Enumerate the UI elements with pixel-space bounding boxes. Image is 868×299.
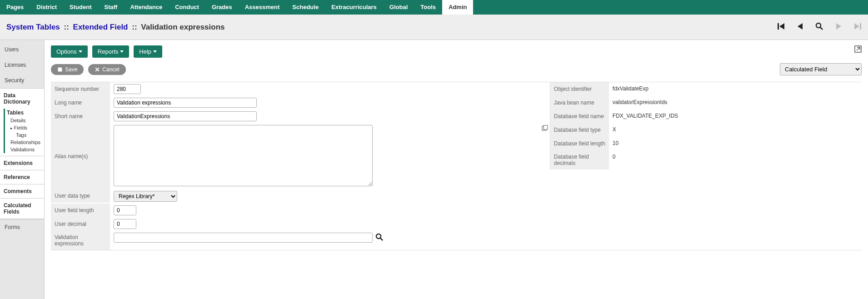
save-button[interactable]: Save bbox=[51, 64, 84, 75]
field-label: Database field decimals bbox=[550, 150, 609, 169]
field-value-wrap bbox=[110, 217, 550, 231]
sidebar-section-extensions[interactable]: Extensions bbox=[0, 156, 44, 170]
form-row-readonly: Database field length10 bbox=[550, 137, 862, 150]
field-value-wrap: Regex Library* bbox=[110, 189, 550, 204]
top-navigation: PagesDistrictStudentStaffAttendanceCondu… bbox=[0, 0, 868, 15]
help-label: Help bbox=[139, 48, 151, 55]
field-value-wrap bbox=[110, 96, 550, 110]
lookup-search-icon[interactable] bbox=[375, 233, 384, 243]
form-row-short: Short name bbox=[51, 110, 550, 123]
breadcrumb-bar: System Tables :: Extended Field :: Valid… bbox=[0, 15, 868, 40]
sidebar-subtitle[interactable]: Tables bbox=[7, 109, 40, 117]
field-label: Alias name(s) bbox=[51, 123, 110, 189]
seq-input[interactable] bbox=[114, 84, 141, 94]
reports-button[interactable]: Reports bbox=[92, 45, 130, 58]
form-row-ufl: User field length bbox=[51, 204, 550, 217]
form-row-ud: User decimal bbox=[51, 217, 550, 231]
field-value: 10 bbox=[609, 137, 862, 150]
ufl-input[interactable] bbox=[114, 205, 136, 215]
nav-tab-grades[interactable]: Grades bbox=[205, 0, 239, 15]
form-right-col: Object identifierfdxValidateExpJava bean… bbox=[550, 82, 862, 250]
breadcrumb-part[interactable]: Extended Field bbox=[73, 23, 128, 31]
sidebar-subitem-validations[interactable]: Validations bbox=[7, 146, 40, 153]
sidebar-subsubitem-tags[interactable]: Tags bbox=[7, 131, 40, 139]
svg-rect-7 bbox=[860, 23, 861, 30]
nav-tab-conduct[interactable]: Conduct bbox=[169, 0, 205, 15]
content: Options Reports Help Save Cancel Calcula… bbox=[45, 40, 868, 299]
sidebar: UsersLicensesSecurityData DictionaryTabl… bbox=[0, 40, 45, 299]
field-value-wrap bbox=[110, 123, 550, 188]
sidebar-item-users[interactable]: Users bbox=[0, 42, 44, 57]
field-value: X bbox=[609, 123, 862, 136]
short-input[interactable] bbox=[114, 111, 257, 121]
breadcrumb-part[interactable]: System Tables bbox=[6, 23, 60, 31]
nav-tab-attendance[interactable]: Attendance bbox=[124, 0, 169, 15]
expand-textarea-icon[interactable] bbox=[542, 125, 548, 133]
nav-tab-staff[interactable]: Staff bbox=[98, 0, 124, 15]
sidebar-subitem-details[interactable]: Details bbox=[7, 117, 40, 124]
last-record-icon[interactable] bbox=[853, 22, 862, 32]
long-input[interactable] bbox=[114, 98, 257, 108]
sidebar-item-forms[interactable]: Forms bbox=[0, 219, 44, 235]
ve-input[interactable] bbox=[114, 233, 373, 243]
help-button[interactable]: Help bbox=[134, 45, 162, 58]
field-label: Database field length bbox=[550, 137, 609, 150]
nav-tab-tools[interactable]: Tools bbox=[414, 0, 442, 15]
sidebar-subitem-fields[interactable]: Fields bbox=[7, 124, 40, 131]
field-label: Long name bbox=[51, 96, 110, 110]
sidebar-section-reference[interactable]: Reference bbox=[0, 170, 44, 184]
nav-tab-admin[interactable]: Admin bbox=[442, 0, 473, 15]
view-mode-select[interactable]: Calculated Field bbox=[780, 63, 862, 75]
sidebar-item-licenses[interactable]: Licenses bbox=[0, 57, 44, 73]
nav-tab-student[interactable]: Student bbox=[63, 0, 98, 15]
ud-input[interactable] bbox=[114, 219, 136, 229]
form-row-readonly: Database field typeX bbox=[550, 123, 862, 137]
svg-line-13 bbox=[380, 238, 383, 240]
nav-tab-assessment[interactable]: Assessment bbox=[239, 0, 286, 15]
popout-icon[interactable] bbox=[854, 45, 862, 54]
cancel-label: Cancel bbox=[102, 66, 119, 73]
sidebar-subitem-relationships[interactable]: Relationships bbox=[7, 139, 40, 146]
sidebar-section-calculated-fields[interactable]: Calculated Fields bbox=[0, 199, 44, 219]
udt-input[interactable]: Regex Library* bbox=[114, 191, 177, 202]
sidebar-item-security[interactable]: Security bbox=[0, 73, 44, 88]
breadcrumb-sep: :: bbox=[62, 23, 71, 31]
alias-input[interactable] bbox=[114, 125, 373, 186]
field-value: FDX_VALIDATE_EXP_IDS bbox=[609, 110, 862, 122]
nav-tab-schedule[interactable]: Schedule bbox=[286, 0, 325, 15]
cancel-button[interactable]: Cancel bbox=[88, 64, 125, 75]
sidebar-group-title[interactable]: Data Dictionary bbox=[4, 91, 40, 106]
svg-rect-0 bbox=[778, 23, 779, 30]
caret-down-icon bbox=[120, 50, 124, 53]
field-value-wrap bbox=[110, 110, 550, 123]
search-record-icon[interactable] bbox=[815, 22, 823, 32]
svg-rect-11 bbox=[544, 125, 548, 130]
nav-tab-pages[interactable]: Pages bbox=[0, 0, 30, 15]
svg-point-12 bbox=[376, 234, 381, 239]
field-label: User field length bbox=[51, 204, 110, 217]
options-button[interactable]: Options bbox=[51, 45, 88, 58]
field-label: Validation expressions bbox=[51, 231, 110, 250]
field-label: User decimal bbox=[51, 217, 110, 231]
nav-tab-district[interactable]: District bbox=[30, 0, 63, 15]
form-row-udt: User data typeRegex Library* bbox=[51, 189, 550, 204]
field-value-wrap bbox=[110, 204, 550, 217]
form-row-seq: Sequence number bbox=[51, 82, 550, 96]
form-left-col: Sequence numberLong nameShort nameAlias … bbox=[51, 82, 550, 250]
field-value-wrap bbox=[110, 82, 550, 96]
form-row-readonly: Database field nameFDX_VALIDATE_EXP_IDS bbox=[550, 110, 862, 123]
first-record-icon[interactable] bbox=[777, 22, 785, 32]
breadcrumb-part: Validation expressions bbox=[141, 23, 224, 31]
form-row-long: Long name bbox=[51, 96, 550, 110]
next-record-icon[interactable] bbox=[834, 22, 843, 32]
nav-tab-global[interactable]: Global bbox=[383, 0, 414, 15]
form-row-readonly: Java bean namevalidatorExpressionIds bbox=[550, 96, 862, 110]
sidebar-section-comments[interactable]: Comments bbox=[0, 184, 44, 199]
prev-record-icon[interactable] bbox=[796, 22, 804, 32]
page-toolbar: Options Reports Help bbox=[51, 45, 862, 58]
field-label: Database field name bbox=[550, 110, 609, 123]
form-row-readonly: Database field decimals0 bbox=[550, 150, 862, 169]
svg-marker-2 bbox=[798, 23, 803, 30]
nav-tab-extracurriculars[interactable]: Extracurriculars bbox=[325, 0, 383, 15]
sidebar-group-data-dictionary: Data DictionaryTablesDetailsFieldsTagsRe… bbox=[0, 88, 44, 156]
